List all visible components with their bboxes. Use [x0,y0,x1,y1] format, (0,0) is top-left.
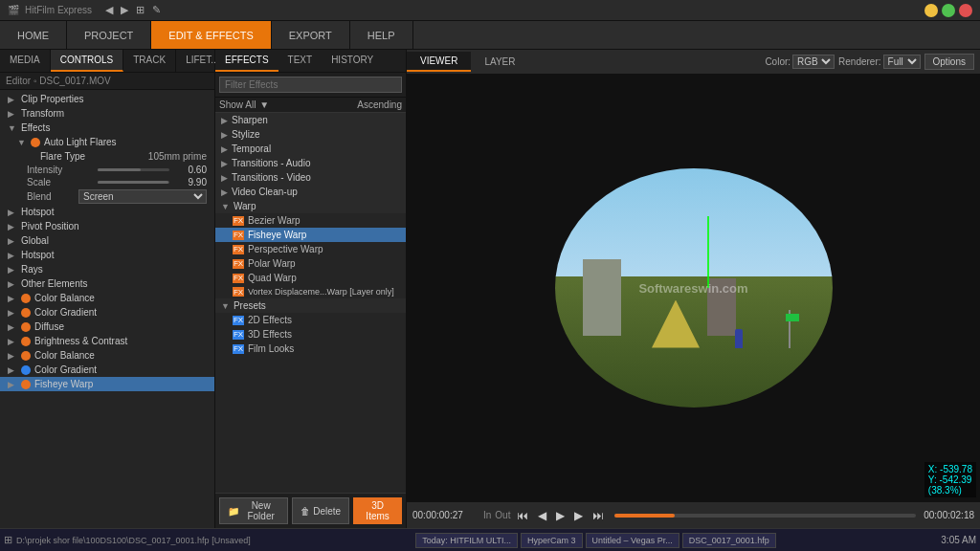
scale-track[interactable] [98,181,169,184]
play-to-start-button[interactable]: ⏮ [514,507,531,524]
btn-label: Delete [313,506,341,517]
viewer-options-button[interactable]: Options [924,54,974,70]
effect-icon: FX [233,216,244,226]
tree-label: Auto Light Flares [44,137,207,147]
group-arrow-icon: ▶ [221,159,228,168]
tree-item-transform[interactable]: ▶ Transform [0,106,214,121]
effect-label: Fisheye Warp [248,230,306,240]
tab-history[interactable]: HISTORY [322,50,383,72]
tree-item-other-elements[interactable]: ▶ Other Elements [0,276,214,291]
tree-item-rays[interactable]: ▶ Rays [0,262,214,276]
effects-group-transitions-video[interactable]: ▶ Transitions - Video [215,170,406,185]
tab-layer[interactable]: LAYER [471,53,528,71]
tree-item-color-balance-2[interactable]: ▶ Color Balance [0,348,214,363]
tab-media[interactable]: MEDIA [0,50,51,72]
tree-item-flare-type[interactable]: Flare Type 105mm prime [0,149,214,164]
start-icon[interactable]: ⊞ [4,534,12,546]
arrow-icon: ▶ [8,265,17,275]
play-to-end-button[interactable]: ⏭ [590,507,607,524]
arrow-icon: ▶ [8,222,17,231]
render-select[interactable]: Full [883,55,921,69]
tree-item-color-balance-1[interactable]: ▶ Color Balance [0,291,214,305]
intensity-slider-row: Intensity 0.60 [0,164,214,176]
effects-panel: EFFECTS TEXT HISTORY Show All ▼ Ascendin… [215,50,407,528]
taskbar-vegas[interactable]: Untitled – Vegas Pr... [586,533,679,548]
effects-group-temporal[interactable]: ▶ Temporal [215,142,406,156]
tab-effects[interactable]: EFFECTS [215,50,278,72]
preset-2d-effects[interactable]: FX 2D Effects [215,313,406,327]
effects-group-presets[interactable]: ▼ Presets FX 2D Effects FX 3D Effects FX… [215,298,406,356]
effect-vortex-warp[interactable]: FX Vortex Displaceme...Warp [Layer only] [215,285,406,298]
tree-item-color-gradient-1[interactable]: ▶ Color Gradient [0,305,214,320]
taskbar-hitfilm[interactable]: Today: HITFILM ULTI... [415,533,518,548]
tree-item-pivot[interactable]: ▶ Pivot Position [0,219,214,233]
nav-edit-effects[interactable]: EDIT & EFFECTS [151,21,271,49]
minimize-button[interactable] [924,4,938,17]
new-folder-button[interactable]: 📁 New Folder [219,497,288,524]
effect-quad-warp[interactable]: FX Quad Warp [215,271,406,285]
group-label: Warp [234,201,256,211]
close-button[interactable] [959,4,972,17]
nav-project[interactable]: PROJECT [67,21,151,49]
maximize-button[interactable] [942,4,955,17]
effect-polar-warp[interactable]: FX Polar Warp [215,256,406,271]
tree-item-hotspot2[interactable]: ▶ Hotspot [0,248,214,262]
effects-search-input[interactable] [219,77,402,93]
group-arrow-icon: ▶ [221,187,228,197]
marker-line [707,216,709,288]
delete-button[interactable]: 🗑 Delete [292,497,349,524]
effect-label: Polar Warp [248,258,296,269]
step-forward-button[interactable]: ▶ [571,507,586,524]
tree-item-clip-properties[interactable]: ▶ Clip Properties [0,92,214,106]
3d-items-button[interactable]: 3D Items [353,497,402,524]
tree-item-fisheye-warp[interactable]: ▶ Fisheye Warp [0,377,214,391]
tree-item-auto-light-flares[interactable]: ▼ Auto Light Flares [0,135,214,149]
tab-viewer[interactable]: VIEWER [407,52,471,72]
effect-label: 3D Effects [248,329,292,340]
tree-label: Color Gradient [34,364,207,375]
group-label: Presets [234,300,266,311]
intensity-track[interactable] [98,168,169,171]
tree-item-effects[interactable]: ▼ Effects [0,121,214,135]
step-back-button[interactable]: ◀ [535,507,549,524]
effect-icon: FX [233,287,244,297]
indicator-icon [21,322,31,332]
color-select[interactable]: RGB [792,55,835,69]
title-nav-back[interactable]: ◀ [105,4,113,16]
tree-item-brightness[interactable]: ▶ Brightness & Contrast [0,334,214,348]
title-nav-edit[interactable]: ✎ [152,4,161,16]
effects-group-stylize[interactable]: ▶ Stylize [215,127,406,142]
nav-home[interactable]: HOME [0,21,67,49]
preset-film-looks[interactable]: FX Film Looks [215,342,406,356]
tree-item-color-gradient-2[interactable]: ▶ Color Gradient [0,363,214,377]
title-nav-fwd[interactable]: ▶ [121,4,128,16]
tree-item-diffuse[interactable]: ▶ Diffuse [0,320,214,334]
effects-group-warp[interactable]: ▼ Warp FX Bezier Warp FX Fisheye Warp FX… [215,199,406,298]
tab-controls[interactable]: CONTROLS [51,50,124,72]
title-nav-grid[interactable]: ⊞ [136,4,145,16]
nav-export[interactable]: EXPORT [272,21,350,49]
tree-item-hotspot[interactable]: ▶ Hotspot [0,205,214,219]
play-pause-button[interactable]: ▶ [553,507,568,524]
effect-bezier-warp[interactable]: FX Bezier Warp [215,213,406,228]
effect-perspective-warp[interactable]: FX Perspective Warp [215,242,406,256]
taskbar-project-file[interactable]: DSC_0017_0001.hfp [682,533,776,548]
effects-group-sharpen[interactable]: ▶ Sharpen [215,113,406,127]
preset-3d-effects[interactable]: FX 3D Effects [215,327,406,342]
taskbar-items: Today: HITFILM ULTI... HyperCam 3 Untitl… [415,533,776,548]
tree-item-global[interactable]: ▶ Global [0,233,214,248]
tree-label: Clip Properties [21,94,207,104]
tree-label: Effects [21,122,207,133]
effects-toolbar: Show All ▼ Ascending [215,98,406,113]
effect-fisheye-warp[interactable]: FX Fisheye Warp [215,228,406,242]
indicator-icon [21,308,31,318]
tab-track[interactable]: TRACK [123,50,176,72]
effects-group-video-cleanup[interactable]: ▶ Video Clean-up [215,185,406,199]
viewer-timeline-bar[interactable] [614,514,916,518]
nav-help[interactable]: HELP [350,21,413,49]
tab-text[interactable]: TEXT [278,50,323,72]
tree-label: Rays [21,264,207,275]
blend-select[interactable]: Screen [78,189,207,204]
effects-group-transitions-audio[interactable]: ▶ Transitions - Audio [215,156,406,170]
taskbar-hypercam[interactable]: HyperCam 3 [521,533,583,548]
